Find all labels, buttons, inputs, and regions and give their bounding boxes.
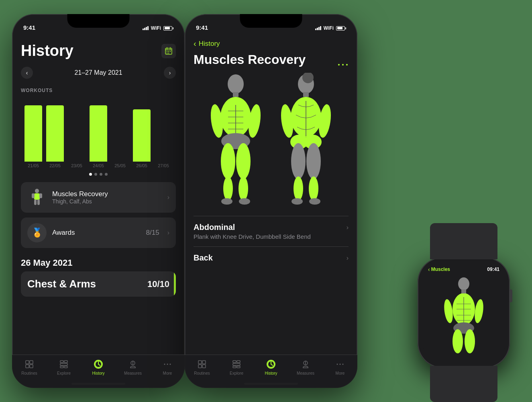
watch-back-button[interactable]: ‹ Muscles: [428, 266, 450, 273]
svg-point-64: [291, 143, 306, 179]
chart-label-tue: 22/05: [44, 163, 66, 168]
more-icon: [162, 359, 173, 369]
calendar-icon: [165, 47, 173, 55]
tab-more-label: More: [163, 371, 172, 375]
tab-2-history[interactable]: History: [254, 359, 288, 375]
tab-2-measures[interactable]: Measures: [288, 359, 323, 375]
svg-rect-5: [167, 53, 167, 53]
wifi-icon-2: WiFi: [324, 25, 334, 31]
tab-measures[interactable]: Measures: [116, 359, 150, 375]
workout-row[interactable]: Chest & Arms 10/10: [21, 271, 176, 297]
muscle-item-abdominal-arrow: ›: [347, 224, 349, 231]
svg-rect-75: [237, 361, 240, 363]
svg-point-9: [35, 189, 39, 193]
dot-2[interactable]: [94, 173, 97, 176]
phone-1-content: History: [12, 34, 185, 388]
chevron-right-icon: ›: [169, 70, 171, 76]
tab-2-routines-label: Routines: [194, 371, 210, 375]
chart-label-sun: 27/05: [153, 163, 174, 168]
svg-point-35: [338, 64, 340, 66]
back-button[interactable]: ‹ History: [194, 39, 349, 48]
svg-point-49: [221, 143, 235, 179]
svg-point-88: [340, 364, 341, 365]
svg-rect-73: [202, 365, 206, 368]
watch-header: ‹ Muscles 09:41: [422, 262, 505, 275]
wifi-icon: WiFi: [151, 25, 161, 31]
svg-rect-12: [39, 193, 42, 198]
tab-2-explore[interactable]: Explore: [219, 359, 254, 375]
svg-rect-39: [233, 92, 238, 97]
battery-icon-2: [336, 26, 346, 31]
svg-rect-72: [198, 365, 202, 368]
dot-1[interactable]: [89, 173, 92, 176]
awards-card[interactable]: 🏅 Awards 8/15 ›: [21, 217, 176, 248]
body-back-figure: [275, 73, 337, 209]
workouts-section-label: WORKOUTS: [21, 88, 176, 93]
watch-crown[interactable]: [509, 289, 512, 302]
svg-rect-99: [461, 289, 466, 293]
watch-band-top: [430, 223, 497, 259]
phone-2-notch: [240, 14, 302, 28]
muscle-item-back[interactable]: Back ›: [194, 246, 349, 269]
svg-rect-15: [26, 361, 29, 364]
bar-value: [90, 105, 107, 162]
svg-point-87: [337, 364, 338, 365]
tab-routines[interactable]: Routines: [12, 359, 47, 375]
svg-point-33: [167, 364, 168, 365]
tab-explore-label: Explore: [57, 371, 71, 375]
phone-1: 9:41 WiFi History: [12, 14, 185, 388]
phone-2-page-title: Muscles Recovery: [194, 52, 349, 67]
watch-back-chevron: ‹: [428, 266, 430, 273]
svg-point-90: [458, 277, 469, 290]
svg-rect-2: [167, 51, 167, 52]
week-next-button[interactable]: ›: [164, 67, 176, 79]
muscle-item-back-header: Back ›: [194, 253, 349, 263]
recovery-subtitle: Thigh, Calf, Abs: [52, 198, 162, 205]
svg-point-65: [306, 143, 321, 179]
phone-2-status-icons: WiFi: [315, 25, 346, 31]
svg-point-37: [346, 64, 348, 66]
workout-score-value: 10/10: [147, 279, 169, 289]
tab-measures-label: Measures: [124, 371, 142, 375]
tab-2-routines[interactable]: Routines: [185, 359, 219, 375]
workout-name: Chest & Arms: [27, 278, 96, 290]
more-icon-2: [335, 359, 345, 369]
tab-2-more[interactable]: More: [323, 359, 357, 375]
muscle-item-back-arrow: ›: [347, 254, 349, 262]
muscle-item-abdominal-header: Abdominal ›: [194, 223, 349, 232]
dot-3[interactable]: [100, 173, 102, 176]
muscles-recovery-card[interactable]: Muscles Recovery Thigh, Calf, Abs ›: [21, 182, 176, 213]
dot-4[interactable]: [105, 173, 108, 176]
phone-1-tab-bar: Routines Explore: [12, 355, 185, 388]
phone-2-tab-bar: Routines Explore: [185, 355, 357, 388]
bar-value: [133, 109, 151, 162]
week-prev-button[interactable]: ‹: [21, 67, 33, 79]
battery-icon: [163, 26, 173, 31]
tab-explore[interactable]: Explore: [47, 359, 81, 375]
svg-rect-77: [233, 366, 236, 368]
more-options-button[interactable]: [338, 59, 348, 68]
phone-2-content: ‹ History Muscles Recovery: [185, 34, 357, 388]
svg-rect-70: [198, 361, 202, 364]
svg-point-52: [238, 176, 248, 201]
svg-rect-17: [26, 365, 29, 368]
svg-rect-71: [202, 361, 206, 364]
muscle-item-abdominal[interactable]: Abdominal › Plank with Knee Drive, Dumbb…: [194, 216, 349, 246]
chart-label-sat: 26/05: [131, 163, 153, 168]
svg-rect-13: [34, 199, 37, 205]
svg-point-69: [309, 198, 320, 205]
watch-band-bottom: [430, 366, 497, 402]
calendar-button[interactable]: [161, 44, 176, 58]
phone-1-status-icons: WiFi: [143, 25, 173, 31]
tab-more[interactable]: More: [150, 359, 185, 375]
svg-rect-21: [60, 363, 67, 365]
watch-screen: ‹ Muscles 09:41: [422, 262, 505, 363]
workouts-chart: 21/05 22/05 23/05 24/05 25/05 26/05 27/0…: [21, 97, 176, 170]
svg-rect-14: [37, 199, 40, 205]
tab-history[interactable]: History: [81, 359, 116, 375]
svg-rect-57: [303, 92, 309, 97]
awards-count: 8/15: [146, 229, 159, 237]
tab-2-explore-label: Explore: [230, 371, 243, 375]
workout-accent-bar: [174, 271, 176, 297]
svg-point-98: [473, 299, 485, 324]
